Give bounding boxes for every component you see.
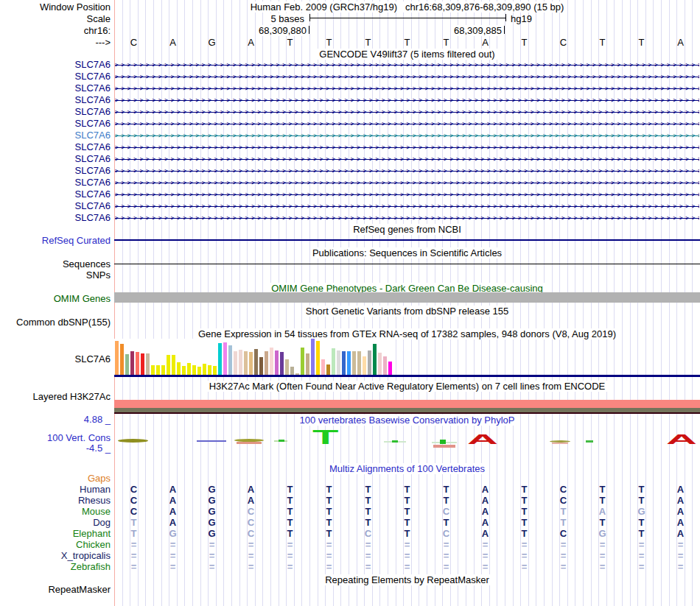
gencode-gene-label[interactable]: SLC7A6 [75,177,111,188]
refseq-track-title[interactable]: RefSeq genes from NCBI [114,224,700,235]
gtex-bar[interactable] [259,357,263,375]
gencode-gene-label[interactable]: SLC7A6 [75,153,111,164]
omim-gene-bar[interactable] [114,292,700,303]
gencode-transcript-row[interactable]: >>>>>>>>>>>>>>>>>>>>>>>>>>>>>>>>>>>>>>>>… [115,121,699,127]
gtex-bar[interactable] [347,351,351,375]
gencode-transcript-row[interactable]: >>>>>>>>>>>>>>>>>>>>>>>>>>>>>>>>>>>>>>>>… [115,133,699,139]
gtex-bar[interactable] [275,350,279,375]
layered-h3k27ac-label[interactable]: Layered H3K27Ac [32,391,111,402]
gencode-gene-label[interactable]: SLC7A6 [75,118,111,129]
gtex-bar[interactable] [218,343,222,375]
gencode-gene-label[interactable]: SLC7A6 [75,106,111,117]
gtex-bar[interactable] [311,339,315,375]
publications-track-title[interactable]: Publications: Sequences in Scientific Ar… [114,247,700,258]
multiz-species-label[interactable]: Elephant [73,528,111,539]
gencode-transcript-row[interactable]: >>>>>>>>>>>>>>>>>>>>>>>>>>>>>>>>>>>>>>>>… [115,97,699,104]
gencode-transcript-row[interactable]: >>>>>>>>>>>>>>>>>>>>>>>>>>>>>>>>>>>>>>>>… [115,156,699,163]
gtex-bar[interactable] [182,366,186,375]
gtex-bar[interactable] [321,359,325,375]
gtex-bar[interactable] [223,342,227,375]
gtex-bar[interactable] [156,365,160,375]
gtex-bar[interactable] [352,351,356,375]
repeatmasker-track-title[interactable]: Repeating Elements by RepeatMasker [114,574,700,585]
gencode-transcript-row[interactable]: >>>>>>>>>>>>>>>>>>>>>>>>>>>>>>>>>>>>>>>>… [115,74,699,80]
gtex-bar[interactable] [228,345,232,375]
multiz-species-label[interactable]: Gaps [88,473,111,484]
gtex-bar[interactable] [378,353,382,375]
gencode-transcript-row[interactable]: >>>>>>>>>>>>>>>>>>>>>>>>>>>>>>>>>>>>>>>>… [115,215,699,222]
gtex-bar[interactable] [197,367,201,375]
gencode-transcript-row[interactable]: >>>>>>>>>>>>>>>>>>>>>>>>>>>>>>>>>>>>>>>>… [115,109,699,116]
gencode-transcript-row[interactable]: >>>>>>>>>>>>>>>>>>>>>>>>>>>>>>>>>>>>>>>>… [115,144,699,151]
multiz-track-title[interactable]: Multiz Alignments of 100 Vertebrates [114,463,700,474]
gencode-gene-label[interactable]: SLC7A6 [75,71,111,82]
gencode-transcript-row[interactable]: >>>>>>>>>>>>>>>>>>>>>>>>>>>>>>>>>>>>>>>>… [115,191,699,198]
snps-label[interactable]: SNPs [86,269,111,281]
gtex-bar[interactable] [306,353,309,375]
multiz-species-label[interactable]: Mouse [82,506,111,517]
gencode-gene-label[interactable]: SLC7A6 [75,130,111,141]
gtex-bar[interactable] [383,356,387,375]
omim-genes-label[interactable]: OMIM Genes [54,293,111,304]
gtex-bar[interactable] [332,348,335,375]
gtex-bar[interactable] [234,351,237,375]
gencode-gene-label[interactable]: SLC7A6 [75,165,111,176]
conservation-label[interactable]: 100 Vert. Cons [47,432,111,443]
conservation-logo-area[interactable]: TAA [114,427,700,453]
gtex-bar[interactable] [192,365,196,375]
sequences-line[interactable] [114,264,700,264]
gtex-bar[interactable] [172,355,175,375]
gtex-bar[interactable] [290,367,294,375]
gtex-bar[interactable] [337,350,340,375]
gencode-gene-label[interactable]: SLC7A6 [75,59,111,70]
gtex-bar[interactable] [301,348,304,375]
gtex-bar[interactable] [151,365,155,375]
multiz-species-label[interactable]: Zebrafish [71,561,111,572]
gtex-bar[interactable] [342,351,346,375]
gtex-bar[interactable] [239,350,242,375]
gtex-bar[interactable] [177,362,181,375]
gtex-bar[interactable] [363,356,366,375]
gtex-bar[interactable] [254,349,258,375]
gencode-gene-label[interactable]: SLC7A6 [75,200,111,211]
gtex-bar[interactable] [213,366,217,375]
gtex-bar[interactable] [141,353,144,375]
gencode-transcript-row[interactable]: >>>>>>>>>>>>>>>>>>>>>>>>>>>>>>>>>>>>>>>>… [115,168,699,175]
repeatmasker-label[interactable]: RepeatMasker [48,584,111,595]
multiz-species-label[interactable]: Rhesus [78,495,111,506]
gtex-bar[interactable] [125,354,129,375]
multiz-species-label[interactable]: Dog [93,517,111,528]
gtex-track-title[interactable]: Gene Expression in 54 tissues from GTEx … [114,328,700,339]
gtex-bar[interactable] [249,352,253,375]
gtex-bar[interactable] [115,341,119,375]
gencode-gene-label[interactable]: SLC7A6 [75,212,111,223]
gtex-bar[interactable] [265,351,268,375]
conservation-track-title[interactable]: 100 vertebrates Basewise Conservation by… [114,415,700,426]
gtex-bar[interactable] [368,350,371,375]
gtex-bar[interactable] [120,344,124,375]
gtex-bar[interactable] [357,351,361,375]
gtex-bar[interactable] [130,351,134,375]
common-dbsnp-label[interactable]: Common dbSNP(155) [16,317,111,328]
gtex-bar[interactable] [316,341,320,375]
gencode-gene-label[interactable]: SLC7A6 [75,189,111,200]
sequences-label[interactable]: Sequences [63,258,111,269]
gencode-track-title[interactable]: GENCODE V49lift37 (5 items filtered out) [114,49,700,60]
gtex-bar[interactable] [270,348,273,375]
dbsnp-track-title[interactable]: Short Genetic Variants from dbSNP releas… [114,306,700,317]
gencode-transcript-row[interactable]: >>>>>>>>>>>>>>>>>>>>>>>>>>>>>>>>>>>>>>>>… [115,62,699,68]
multiz-species-label[interactable]: X_tropicalis [61,550,111,561]
h3k27ac-track-title[interactable]: H3K27Ac Mark (Often Found Near Active Re… [114,381,700,392]
gencode-transcript-row[interactable]: >>>>>>>>>>>>>>>>>>>>>>>>>>>>>>>>>>>>>>>>… [115,180,699,186]
gencode-transcript-row[interactable]: >>>>>>>>>>>>>>>>>>>>>>>>>>>>>>>>>>>>>>>>… [115,203,699,210]
gtex-bar[interactable] [203,364,206,375]
gencode-transcript-row[interactable]: >>>>>>>>>>>>>>>>>>>>>>>>>>>>>>>>>>>>>>>>… [115,85,699,92]
gtex-bar[interactable] [388,362,392,375]
gtex-bar[interactable] [167,355,170,375]
gencode-gene-label[interactable]: SLC7A6 [75,141,111,152]
gtex-bar[interactable] [208,365,211,375]
gencode-gene-label[interactable]: SLC7A6 [75,82,111,94]
gtex-bar[interactable] [187,363,191,375]
gtex-bar[interactable] [161,365,165,375]
refseq-gene-line[interactable] [114,239,700,241]
